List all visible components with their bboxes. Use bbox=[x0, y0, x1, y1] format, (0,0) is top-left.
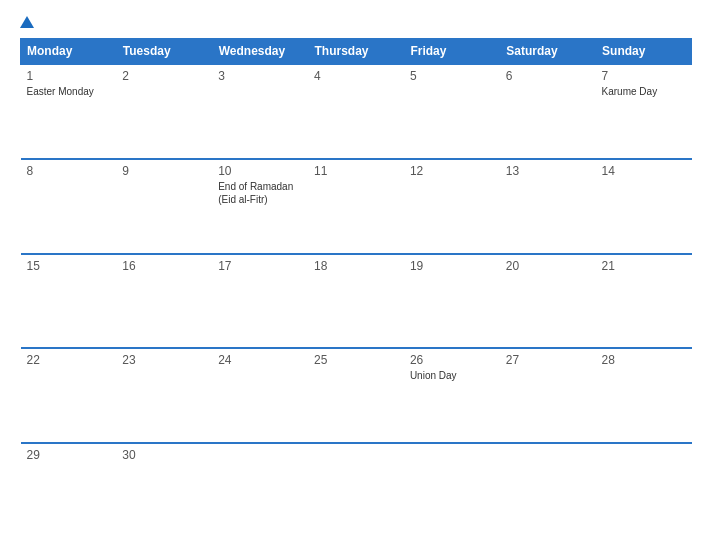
day-number: 20 bbox=[506, 259, 590, 273]
day-number: 12 bbox=[410, 164, 494, 178]
day-number: 18 bbox=[314, 259, 398, 273]
calendar-cell: 21 bbox=[596, 254, 692, 349]
calendar-table: MondayTuesdayWednesdayThursdayFridaySatu… bbox=[20, 38, 692, 538]
day-number: 19 bbox=[410, 259, 494, 273]
day-number: 1 bbox=[27, 69, 111, 83]
day-number: 29 bbox=[27, 448, 111, 462]
calendar-cell: 11 bbox=[308, 159, 404, 254]
weekday-header-wednesday: Wednesday bbox=[212, 39, 308, 65]
calendar-week-row: 2223242526Union Day2728 bbox=[21, 348, 692, 443]
day-number: 9 bbox=[122, 164, 206, 178]
calendar-cell bbox=[308, 443, 404, 538]
day-number: 17 bbox=[218, 259, 302, 273]
weekday-header-monday: Monday bbox=[21, 39, 117, 65]
calendar-header bbox=[20, 16, 692, 28]
day-number: 30 bbox=[122, 448, 206, 462]
day-number: 23 bbox=[122, 353, 206, 367]
holiday-name: Easter Monday bbox=[27, 85, 111, 98]
weekday-header-saturday: Saturday bbox=[500, 39, 596, 65]
calendar-cell: 16 bbox=[116, 254, 212, 349]
day-number: 11 bbox=[314, 164, 398, 178]
day-number: 24 bbox=[218, 353, 302, 367]
day-number: 6 bbox=[506, 69, 590, 83]
calendar-cell: 14 bbox=[596, 159, 692, 254]
day-number: 7 bbox=[602, 69, 686, 83]
calendar-cell: 25 bbox=[308, 348, 404, 443]
weekday-header-friday: Friday bbox=[404, 39, 500, 65]
weekday-header-thursday: Thursday bbox=[308, 39, 404, 65]
calendar-cell: 15 bbox=[21, 254, 117, 349]
calendar-cell: 18 bbox=[308, 254, 404, 349]
day-number: 5 bbox=[410, 69, 494, 83]
calendar-cell: 26Union Day bbox=[404, 348, 500, 443]
calendar-cell: 23 bbox=[116, 348, 212, 443]
day-number: 14 bbox=[602, 164, 686, 178]
holiday-name: End of Ramadan(Eid al-Fitr) bbox=[218, 180, 302, 206]
day-number: 10 bbox=[218, 164, 302, 178]
calendar-cell: 7Karume Day bbox=[596, 64, 692, 159]
weekday-header-tuesday: Tuesday bbox=[116, 39, 212, 65]
calendar-cell: 2 bbox=[116, 64, 212, 159]
calendar-cell: 12 bbox=[404, 159, 500, 254]
calendar-cell: 17 bbox=[212, 254, 308, 349]
logo-triangle-icon bbox=[20, 16, 34, 28]
calendar-cell: 13 bbox=[500, 159, 596, 254]
calendar-cell: 6 bbox=[500, 64, 596, 159]
calendar-page: MondayTuesdayWednesdayThursdayFridaySatu… bbox=[0, 0, 712, 550]
day-number: 3 bbox=[218, 69, 302, 83]
calendar-week-row: 1Easter Monday234567Karume Day bbox=[21, 64, 692, 159]
holiday-name: Union Day bbox=[410, 369, 494, 382]
day-number: 15 bbox=[27, 259, 111, 273]
day-number: 25 bbox=[314, 353, 398, 367]
calendar-cell: 29 bbox=[21, 443, 117, 538]
day-number: 27 bbox=[506, 353, 590, 367]
calendar-cell: 4 bbox=[308, 64, 404, 159]
day-number: 2 bbox=[122, 69, 206, 83]
calendar-cell: 19 bbox=[404, 254, 500, 349]
holiday-name: Karume Day bbox=[602, 85, 686, 98]
logo bbox=[20, 16, 36, 28]
day-number: 8 bbox=[27, 164, 111, 178]
logo-blue-text bbox=[20, 16, 36, 28]
day-number: 21 bbox=[602, 259, 686, 273]
calendar-cell bbox=[404, 443, 500, 538]
calendar-cell: 3 bbox=[212, 64, 308, 159]
calendar-cell bbox=[500, 443, 596, 538]
calendar-cell: 30 bbox=[116, 443, 212, 538]
calendar-cell: 9 bbox=[116, 159, 212, 254]
weekday-header-row: MondayTuesdayWednesdayThursdayFridaySatu… bbox=[21, 39, 692, 65]
day-number: 26 bbox=[410, 353, 494, 367]
calendar-cell: 27 bbox=[500, 348, 596, 443]
calendar-week-row: 15161718192021 bbox=[21, 254, 692, 349]
day-number: 22 bbox=[27, 353, 111, 367]
day-number: 28 bbox=[602, 353, 686, 367]
calendar-cell: 22 bbox=[21, 348, 117, 443]
calendar-cell: 1Easter Monday bbox=[21, 64, 117, 159]
calendar-cell bbox=[596, 443, 692, 538]
calendar-cell: 10End of Ramadan(Eid al-Fitr) bbox=[212, 159, 308, 254]
calendar-week-row: 8910End of Ramadan(Eid al-Fitr)11121314 bbox=[21, 159, 692, 254]
weekday-header-sunday: Sunday bbox=[596, 39, 692, 65]
calendar-cell: 8 bbox=[21, 159, 117, 254]
day-number: 4 bbox=[314, 69, 398, 83]
calendar-week-row: 2930 bbox=[21, 443, 692, 538]
calendar-cell: 24 bbox=[212, 348, 308, 443]
day-number: 16 bbox=[122, 259, 206, 273]
calendar-cell: 5 bbox=[404, 64, 500, 159]
day-number: 13 bbox=[506, 164, 590, 178]
calendar-cell bbox=[212, 443, 308, 538]
calendar-cell: 28 bbox=[596, 348, 692, 443]
calendar-cell: 20 bbox=[500, 254, 596, 349]
